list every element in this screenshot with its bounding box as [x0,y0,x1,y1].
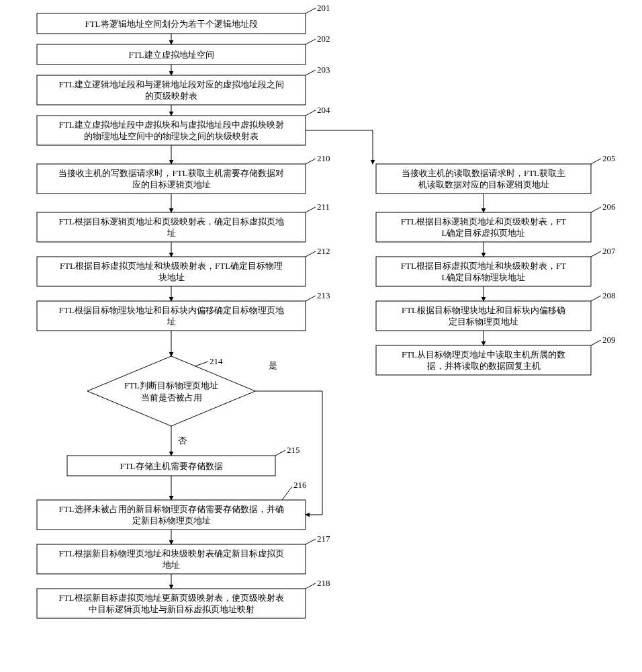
node-214-text-l1: FTL判断目标物理页地址 [124,380,218,390]
node-210-text-l2: 应的目标逻辑页地址 [132,179,211,190]
node-214-decision: FTL判断目标物理页地址 当前是否被占用 214 [87,356,255,426]
node-213-text-l1: FTL根据目标物理块地址和目标块内偏移确定目标物理页地 [58,305,283,315]
node-209-text-l2: 据，并将读取的数据回复主机 [427,361,541,371]
node-212: FTL根据目标虚拟页地址和块级映射表，FTL确定目标物理 块地址 212 [37,246,330,286]
node-202-num: 202 [317,34,330,44]
node-211-text-l2: 址 [167,228,176,238]
node-217-num: 217 [317,534,330,544]
node-201: FTL将逻辑地址空间划分为若干个逻辑地址段 201 [37,3,330,34]
node-202: FTL建立虚拟地址空间 202 [37,34,330,65]
node-205-text-l1: 当接收主机的读取数据请求时，FTL获取主 [402,168,565,178]
node-214-num: 214 [210,356,223,366]
node-208-text-l2: 定目标物理页地址 [449,317,518,327]
node-211-text-l1: FTL根据目标逻辑页地址和页级映射表，确定目标虚拟页地 [58,216,283,226]
node-217-text-l2: 地址 [162,560,180,570]
node-203-text-l1: FTL建立逻辑地址段和与逻辑地址段对应的虚拟地址段之间 [58,79,283,89]
node-218: FTL根据新目标虚拟页地址更新页级映射表，使页级映射表 中目标逻辑页地址与新目标… [37,578,330,618]
node-207-num: 207 [602,246,616,256]
node-216-num: 216 [293,480,307,490]
node-201-text: FTL将逻辑地址空间划分为若干个逻辑地址段 [85,19,257,29]
node-212-text-l1: FTL根据目标虚拟页地址和块级映射表，FTL确定目标物理 [60,261,283,271]
node-207: FTL根据目标虚拟页地址和块级映射表，FT L确定目标物理块地址 207 [376,246,616,286]
node-218-text-l2: 中目标逻辑页地址与新目标虚拟页地址映射 [89,604,255,614]
flowchart-diagram: FTL将逻辑地址空间划分为若干个逻辑地址段 201 FTL建立虚拟地址空间 20… [0,0,642,672]
node-215-text: FTL存储主机需要存储数据 [120,461,222,471]
node-212-text-l2: 块地址 [158,272,185,282]
node-209: FTL从目标物理页地址中读取主机所属的数 据，并将读取的数据回复主机 209 [376,335,616,375]
node-205-num: 205 [602,153,616,163]
node-217: FTL根据新目标物理页地址和块级映射表确定新目标虚拟页 地址 217 [37,534,330,574]
decision-no-label: 否 [178,435,187,446]
node-210-text-l1: 当接收主机的写数据请求时，FTL获取主机需要存储数据对 [58,168,283,178]
node-211: FTL根据目标逻辑页地址和页级映射表，确定目标虚拟页地 址 211 [37,202,330,242]
node-210-num: 210 [317,153,330,163]
svg-marker-8 [87,356,255,426]
node-209-num: 209 [602,335,616,345]
node-206-num: 206 [602,202,616,212]
node-203-num: 203 [317,65,330,75]
node-215-num: 215 [287,445,300,455]
node-214-text-l2: 当前是否被占用 [141,392,202,403]
node-206-text-l1: FTL根据目标逻辑页地址和页级映射表，FT [401,216,566,226]
node-212-num: 212 [317,246,330,256]
node-208: FTL根据目标物理块地址和目标块内偏移确 定目标物理页地址 208 [376,290,616,331]
node-203: FTL建立逻辑地址段和与逻辑地址段对应的虚拟地址段之间 的页级映射表 203 [37,65,330,105]
node-205-text-l2: 机读取数据对应的目标逻辑页地址 [418,179,549,190]
node-213-text-l2: 址 [167,317,176,327]
node-201-num: 201 [317,3,330,13]
node-215: FTL存储主机需要存储数据 215 [67,445,300,476]
node-204-num: 204 [317,105,330,115]
node-205: 当接收主机的读取数据请求时，FTL获取主 机读取数据对应的目标逻辑页地址 205 [376,153,616,194]
node-204-text-l1: FTL建立虚拟地址段中虚拟块和与虚拟地址段中虚拟块映射 [58,120,283,130]
node-207-text-l2: L确定目标物理块地址 [442,272,526,282]
node-204: FTL建立虚拟地址段中虚拟块和与虚拟地址段中虚拟块映射 的物理地址空间中的物理块… [37,105,330,145]
node-216-text-l2: 定新目标物理页地址 [132,515,211,526]
node-208-text-l1: FTL根据目标物理块地址和目标块内偏移确 [402,305,565,315]
node-216-text-l1: FTL选择未被占用的新目标物理页存储需要存储数据，并确 [58,504,283,514]
node-211-num: 211 [317,202,330,212]
node-208-num: 208 [602,290,616,300]
node-218-num: 218 [317,578,330,588]
node-217-text-l1: FTL根据新目标物理页地址和块级映射表确定新目标虚拟页 [58,548,283,558]
node-202-text: FTL建立虚拟地址空间 [128,50,214,60]
node-207-text-l1: FTL根据目标虚拟页地址和块级映射表，FT [401,261,566,271]
node-204-text-l2: 的物理地址空间中的物理块之间的块级映射表 [84,131,259,141]
node-206: FTL根据目标逻辑页地址和页级映射表，FT L确定目标虚拟页地址 206 [376,202,616,242]
node-203-text-l2: 的页级映射表 [145,91,197,101]
node-206-text-l2: L确定目标虚拟页地址 [442,228,526,238]
node-213-num: 213 [317,290,330,300]
node-213: FTL根据目标物理块地址和目标块内偏移确定目标物理页地 址 213 [37,290,330,331]
node-210: 当接收主机的写数据请求时，FTL获取主机需要存储数据对 应的目标逻辑页地址 21… [37,153,330,194]
node-218-text-l1: FTL根据新目标虚拟页地址更新页级映射表，使页级映射表 [58,593,283,603]
node-216: FTL选择未被占用的新目标物理页存储需要存储数据，并确 定新目标物理页地址 21… [37,480,307,530]
decision-yes-label: 是 [269,360,277,370]
node-209-text-l1: FTL从目标物理页地址中读取主机所属的数 [402,349,565,360]
